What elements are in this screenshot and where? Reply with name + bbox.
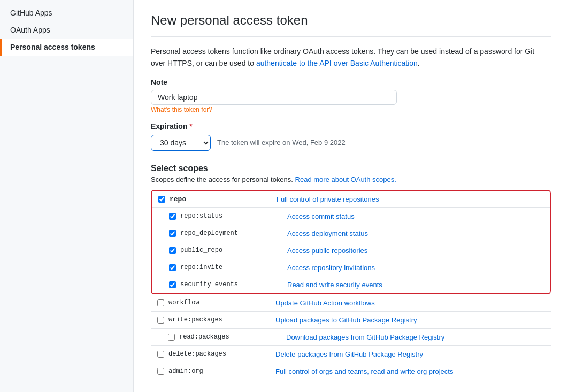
scopes-title: Select scopes: [151, 164, 551, 173]
scope-row-repo-deployment: repo_deployment Access deployment status: [152, 225, 550, 242]
sidebar-item-personal-access-tokens[interactable]: Personal access tokens: [0, 39, 133, 56]
scope-row-workflow-inner: workflow Update GitHub Action workflows: [151, 295, 551, 311]
what-is-this-link[interactable]: What's this token for?: [151, 106, 212, 113]
scope-desc-delete-packages: Delete packages from GitHub Package Regi…: [275, 350, 544, 358]
checkbox-repo[interactable]: [158, 196, 165, 203]
expiration-note: The token will expire on Wed, Feb 9 2022: [217, 139, 346, 147]
expiration-select[interactable]: 30 days 60 days 90 days Custom: [151, 135, 211, 151]
description: Personal access tokens function like ord…: [151, 45, 551, 70]
checkbox-public-repo[interactable]: [169, 247, 176, 254]
sidebar-item-oauth-apps[interactable]: OAuth Apps: [0, 21, 133, 39]
scope-row-admin-org-inner: admin:org Full control of orgs and teams…: [151, 363, 551, 380]
checkbox-write-packages[interactable]: [157, 317, 164, 324]
main-content: New personal access token Personal acces…: [134, 0, 568, 392]
scopes-desc: Scopes define the access for personal to…: [151, 175, 551, 183]
scope-name-write-packages[interactable]: write:packages: [168, 316, 275, 324]
scopes-link[interactable]: Read more about OAuth scopes.: [295, 175, 396, 183]
expiration-label: Expiration *: [151, 122, 551, 130]
scope-desc-workflow: Update GitHub Action workflows: [275, 299, 544, 307]
scope-desc-read-packages: Download packages from GitHub Package Re…: [286, 333, 544, 341]
sidebar: GitHub AppsOAuth AppsPersonal access tok…: [0, 0, 134, 392]
scope-desc-write-packages: Upload packages to GitHub Package Regist…: [275, 316, 544, 324]
repo-scope-group: repo Full control of private repositorie…: [151, 190, 551, 294]
description-end: .: [418, 59, 420, 67]
scope-row-delete-packages: delete:packages Delete packages from Git…: [151, 346, 551, 363]
scope-row-delete-packages-inner: delete:packages Delete packages from Git…: [151, 346, 551, 363]
scope-desc-repo-status: Access commit status: [287, 212, 543, 220]
note-input[interactable]: [151, 90, 397, 105]
expiration-group: Expiration * 30 days 60 days 90 days Cus…: [151, 122, 551, 151]
scope-row-admin-org: admin:org Full control of orgs and teams…: [151, 363, 551, 380]
checkbox-repo-invite[interactable]: [169, 264, 176, 271]
checkbox-workflow[interactable]: [157, 299, 164, 306]
scope-desc-admin-org: Full control of orgs and teams, read and…: [275, 367, 544, 375]
page-title: New personal access token: [151, 13, 551, 37]
note-label: Note: [151, 78, 551, 87]
scope-row-read-packages: read:packages Download packages from Git…: [151, 329, 551, 345]
scope-name-repo-deployment[interactable]: repo_deployment: [180, 229, 287, 237]
scope-name-public-repo[interactable]: public_repo: [180, 247, 287, 254]
scope-name-delete-packages[interactable]: delete:packages: [168, 350, 275, 358]
scope-desc-repo-deployment: Access deployment status: [287, 229, 543, 237]
checkbox-repo-deployment[interactable]: [169, 230, 176, 237]
select-scopes-section: Select scopes Scopes define the access f…: [151, 164, 551, 380]
scope-name-repo-status[interactable]: repo:status: [180, 212, 287, 220]
scope-row-write-packages: write:packages Upload packages to GitHub…: [151, 312, 551, 329]
scope-row-repo: repo Full control of private repositorie…: [152, 191, 550, 208]
scope-name-workflow[interactable]: workflow: [168, 299, 275, 306]
scope-row-write-packages-group: write:packages Upload packages to GitHub…: [151, 312, 551, 346]
sidebar-item-github-apps[interactable]: GitHub Apps: [0, 4, 133, 21]
expiration-row: 30 days 60 days 90 days Custom The token…: [151, 135, 551, 151]
scope-row-public-repo: public_repo Access public repositories: [152, 242, 550, 259]
scope-row-security-events: security_events Read and write security …: [152, 276, 550, 293]
scope-name-security-events[interactable]: security_events: [180, 281, 287, 288]
required-star: *: [189, 122, 192, 130]
checkbox-security-events[interactable]: [169, 281, 176, 288]
scope-row-repo-status: repo:status Access commit status: [152, 208, 550, 225]
description-link[interactable]: authenticate to the API over Basic Authe…: [256, 59, 418, 67]
checkbox-read-packages[interactable]: [168, 334, 175, 341]
scope-desc-security-events: Read and write security events: [287, 281, 543, 289]
scope-row-workflow: workflow Update GitHub Action workflows: [151, 295, 551, 312]
scope-name-admin-org[interactable]: admin:org: [168, 367, 275, 375]
scope-name-repo-invite[interactable]: repo:invite: [180, 264, 287, 271]
note-group: Note What's this token for?: [151, 78, 551, 113]
checkbox-delete-packages[interactable]: [157, 351, 164, 358]
checkbox-admin-org[interactable]: [157, 368, 164, 375]
scope-desc-public-repo: Access public repositories: [287, 247, 543, 255]
scope-name-repo[interactable]: repo: [170, 195, 277, 203]
scope-desc-repo-invite: Access repository invitations: [287, 264, 543, 272]
checkbox-repo-status[interactable]: [169, 213, 176, 220]
scope-row-repo-invite: repo:invite Access repository invitation…: [152, 259, 550, 276]
scope-name-read-packages[interactable]: read:packages: [179, 333, 286, 341]
scope-desc-repo: Full control of private repositories: [277, 195, 543, 203]
